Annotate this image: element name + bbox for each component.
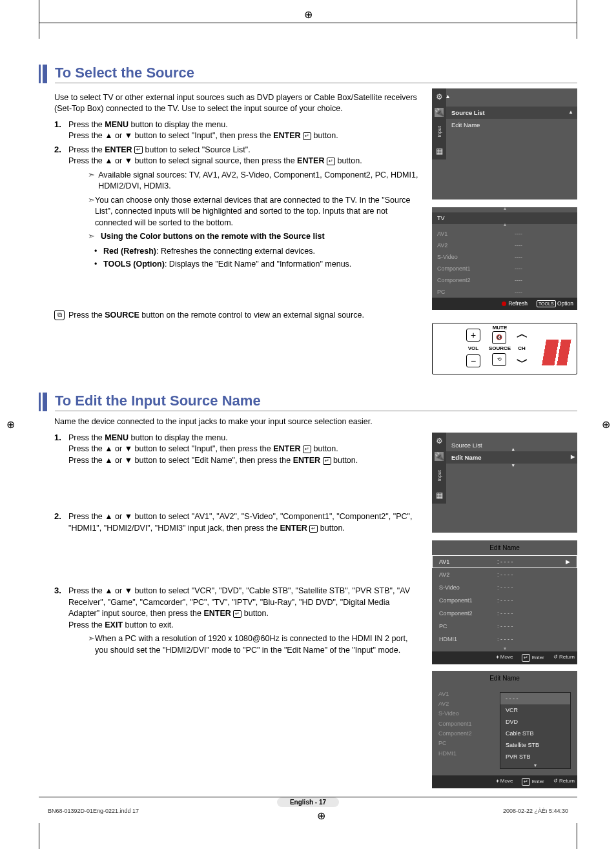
vol-down-button: − — [466, 354, 480, 367]
crop-mark-icon: ⊕ — [598, 417, 613, 433]
app-icon: ▦ — [435, 147, 444, 156]
trim-line — [39, 823, 39, 849]
popup-left-list: AV1 AV2 S-Video Component1 Component2 PC… — [432, 686, 493, 775]
step-number: 3. — [54, 586, 68, 659]
popup-option[interactable]: Cable STB — [500, 728, 570, 739]
plug-icon: 🔌 — [435, 108, 444, 117]
edit-row[interactable]: HDMI1- - - - — [432, 633, 577, 646]
osd-input-menu: ⚙ 🔌 Input ▦ ▴ Source List ▴ Edit Name — [432, 88, 577, 199]
osd-edit-name-popup: Edit Name AV1 AV2 S-Video Component1 Com… — [432, 671, 577, 788]
edit-row[interactable]: S-Video- - - - — [432, 581, 577, 594]
step-text: Press the ▲ or ▼ button to select "VCR",… — [68, 586, 419, 659]
step-number: 2. — [54, 511, 68, 534]
tools-pill-icon: TOOLS — [537, 300, 556, 307]
section-intro: Use to select TV or other external input… — [54, 92, 419, 114]
gear-icon: ⚙ — [435, 436, 444, 445]
step-text: Press the MENU button to display the men… — [68, 433, 419, 467]
source-button: ⟲ — [492, 353, 506, 366]
vol-up-button: + — [466, 329, 480, 342]
section-intro: Name the device connected to the input j… — [54, 416, 577, 427]
mute-label: MUTE — [488, 325, 511, 331]
popup-options: - - - - VCR DVD Cable STB Satellite STB … — [500, 692, 571, 769]
arrow-icon: ➣ — [88, 170, 98, 192]
enter-icon: ↵ — [303, 445, 311, 453]
bullet-icon: • — [94, 245, 103, 257]
menu-item-edit-name[interactable]: ▴ Edit Name ▶ ▾ — [446, 451, 577, 464]
gear-icon: ⚙ — [435, 92, 444, 101]
plug-icon: 🔌 — [435, 452, 444, 461]
popup-option[interactable]: DVD — [500, 716, 570, 728]
popup-option[interactable]: PVR STB — [500, 751, 570, 762]
source-item[interactable]: S-Video---- — [432, 251, 577, 263]
osd-title: Edit Name — [432, 671, 577, 686]
bullet-icon: • — [94, 258, 103, 270]
footer-enter: ↵ Enter — [522, 778, 544, 786]
footer-file: BN68-01392D-01Eng-0221.indd 17 — [48, 808, 139, 823]
heading-accent — [39, 65, 47, 83]
red-dot-icon — [502, 302, 506, 306]
osd-title: Edit Name — [432, 540, 577, 555]
osd-input-menu-editname: ⚙ 🔌 Input ▦ Source List ▴ Edit Name ▶ ▾ — [432, 433, 577, 533]
footer-return: ↺ Return — [553, 654, 575, 662]
osd-source-list: ▴ TV ▴ AV1---- AV2---- S-Video---- Compo… — [432, 207, 577, 310]
step-text: Press the ▲ or ▼ button to select "AV1",… — [68, 511, 419, 534]
enter-icon: ↵ — [327, 158, 335, 165]
trim-line — [39, 0, 39, 39]
remote-highlight-stripes — [531, 340, 577, 365]
enter-icon: ↵ — [323, 457, 331, 465]
footer-return: ↺ Return — [553, 778, 575, 786]
section-title: To Select the Source — [55, 65, 577, 83]
sidebar-label: Input — [436, 123, 442, 140]
popup-option[interactable]: VCR — [500, 704, 570, 716]
crop-mark-icon: ⊕ — [300, 6, 316, 22]
vol-label: VOL — [466, 345, 480, 351]
osd-edit-name-list: Edit Name AV1- - - -▶ AV2- - - - S-Video… — [432, 540, 577, 664]
source-item[interactable]: AV2---- — [432, 240, 577, 251]
source-item[interactable]: Component2---- — [432, 274, 577, 286]
footer-enter: ↵ Enter — [522, 654, 544, 662]
menu-item-source-list[interactable]: Source List ▴ — [446, 107, 577, 119]
step-number: 1. — [54, 119, 68, 142]
section-title: To Edit the Input Source Name — [55, 393, 577, 411]
crop-mark-icon: ⊕ — [313, 808, 329, 823]
source-item[interactable]: AV1---- — [432, 228, 577, 240]
note-text: Press the SOURCE button on the remote co… — [68, 310, 364, 322]
enter-icon: ↵ — [233, 610, 241, 618]
menu-item-edit-name[interactable]: Edit Name — [446, 119, 577, 131]
arrow-icon: ➣ — [88, 231, 101, 243]
crop-mark-icon: ⊕ — [3, 417, 18, 433]
enter-icon: ↵ — [309, 525, 318, 533]
footer-refresh: Refresh — [502, 300, 528, 307]
source-item[interactable]: PC---- — [432, 286, 577, 298]
edit-row[interactable]: Component1- - - - — [432, 594, 577, 607]
remote-icon: ⧉ — [54, 310, 65, 320]
trim-line — [577, 823, 577, 849]
ch-label: CH — [515, 345, 528, 351]
enter-icon: ↵ — [303, 132, 311, 140]
trim-line — [577, 0, 577, 39]
source-item[interactable]: Component1---- — [432, 263, 577, 274]
edit-row[interactable]: Component2- - - - — [432, 607, 577, 620]
app-icon: ▦ — [435, 491, 444, 500]
popup-option[interactable]: Satellite STB — [500, 739, 570, 751]
page-number: English - 17 — [39, 797, 577, 806]
footer-option: TOOLS Option — [537, 300, 573, 307]
footer-move: ♦ Move — [497, 778, 513, 786]
popup-option[interactable]: - - - - — [500, 693, 570, 704]
arrow-icon: ➣ — [88, 195, 95, 229]
heading-accent — [39, 393, 47, 411]
edit-row[interactable]: AV1- - - -▶ — [432, 555, 577, 568]
trim-line — [39, 23, 577, 23]
edit-row[interactable]: AV2- - - - — [432, 568, 577, 581]
edit-row[interactable]: PC- - - - — [432, 620, 577, 633]
scroll-down-icon: ▾ — [500, 762, 570, 768]
footer-timestamp: 2008-02-22 ¿ÀÈı 5:44:30 — [503, 808, 568, 823]
arrow-icon: ➣ — [88, 633, 95, 656]
mute-button: 🔇 — [492, 331, 506, 344]
trim-line — [39, 797, 577, 797]
step-text: Press the ENTER ↵ button to select "Sour… — [68, 145, 419, 271]
source-label: SOURCE — [488, 345, 511, 351]
step-number: 1. — [54, 433, 68, 467]
ch-down-button: ﹀ — [517, 354, 528, 370]
footer-move: ♦ Move — [497, 654, 513, 662]
